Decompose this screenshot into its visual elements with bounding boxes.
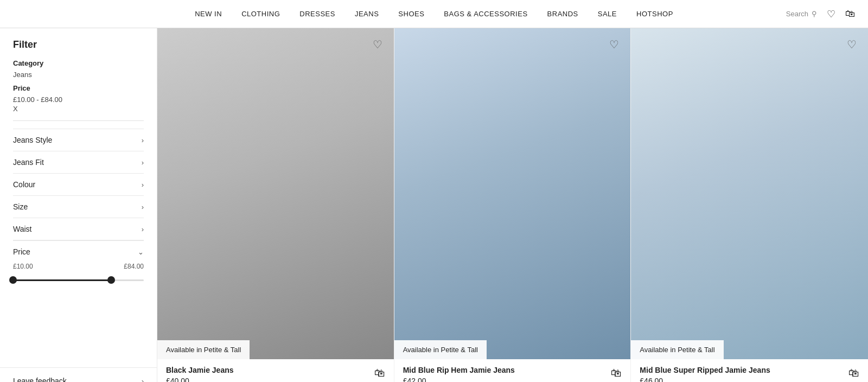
product-price-product-3: £46.00 [640, 377, 843, 382]
leave-feedback-button[interactable]: Leave feedback › [0, 367, 157, 382]
price-slider[interactable] [13, 275, 144, 285]
product-grid: ♡ Available in Petite & Tall Black Jamie… [157, 28, 868, 382]
filter-chevron-jeans-style-icon: › [142, 136, 144, 144]
price-label: Price [13, 84, 144, 92]
filter-label-waist: Waist [13, 225, 31, 233]
category-value: Jeans [13, 71, 144, 79]
product-details-product-3: Mid Blue Super Ripped Jamie Jeans £46.00 [640, 366, 843, 382]
wishlist-button-product-3[interactable]: ♡ [843, 36, 860, 53]
sidebar: Filter Category Jeans Price £10.00 - £84… [0, 28, 157, 382]
wishlist-button-product-2[interactable]: ♡ [605, 36, 623, 53]
nav-item-jeans[interactable]: JEANS [355, 8, 379, 20]
filter-row-waist[interactable]: Waist › [13, 218, 144, 240]
product-name-product-1: Black Jamie Jeans [166, 366, 369, 374]
nav-item-clothing[interactable]: CLOTHING [241, 8, 280, 20]
wishlist-nav-icon[interactable]: ♡ [827, 8, 835, 20]
filter-label-size: Size [13, 202, 28, 211]
filter-chevron-colour-icon: › [142, 181, 144, 189]
price-remove-button[interactable]: X [13, 105, 144, 113]
nav-item-shoes[interactable]: SHOES [398, 8, 424, 20]
nav-item-sale[interactable]: SALE [598, 8, 617, 20]
filter-row-size[interactable]: Size › [13, 195, 144, 218]
add-to-bag-button-product-2[interactable]: 🛍 [611, 367, 622, 379]
product-card-product-3: ♡ Available in Petite & Tall Mid Blue Su… [631, 28, 868, 382]
product-info-product-1: Black Jamie Jeans £40.00 🛍 [157, 359, 394, 382]
filter-rows: Jeans Style › Jeans Fit › Colour › Size … [13, 129, 144, 240]
nav-item-bags-accessories[interactable]: BAGS & ACCESSORIES [444, 8, 527, 20]
search-bar[interactable]: Search ⚲ [786, 10, 817, 18]
product-name-product-3: Mid Blue Super Ripped Jamie Jeans [640, 366, 843, 374]
price-max: £84.00 [124, 263, 144, 270]
product-info-product-3: Mid Blue Super Ripped Jamie Jeans £46.00… [631, 359, 868, 382]
price-range-text: £10.00 - £84.00 [13, 96, 144, 104]
nav-item-dresses[interactable]: DRESSES [299, 8, 335, 20]
price-filter-header[interactable]: Price ⌄ [13, 247, 144, 263]
product-details-product-2: Mid Blue Rip Hem Jamie Jeans £42.00 [403, 366, 606, 382]
filter-chevron-waist-icon: › [142, 225, 144, 233]
product-image-product-2: ♡ Available in Petite & Tall [394, 28, 631, 359]
petite-tall-badge-product-2: Available in Petite & Tall [394, 340, 487, 359]
bag-nav-icon[interactable]: 🛍 [845, 8, 855, 20]
slider-fill [13, 279, 111, 281]
product-card-product-1: ♡ Available in Petite & Tall Black Jamie… [157, 28, 394, 382]
price-filter-section: Price ⌄ £10.00 £84.00 [13, 240, 144, 285]
nav-right: Search ⚲ ♡ 🛍 [786, 8, 855, 20]
filter-label-jeans-fit: Jeans Fit [13, 158, 44, 167]
filter-divider [13, 120, 144, 121]
search-icon[interactable]: ⚲ [812, 10, 817, 18]
filter-row-jeans-fit[interactable]: Jeans Fit › [13, 151, 144, 173]
main-nav: NEW INCLOTHINGDRESSESJEANSSHOESBAGS & AC… [0, 0, 868, 28]
product-image-product-1: ♡ Available in Petite & Tall [157, 28, 394, 359]
main-layout: Filter Category Jeans Price £10.00 - £84… [0, 28, 868, 382]
petite-tall-badge-product-1: Available in Petite & Tall [157, 340, 250, 359]
price-filter-label: Price [13, 247, 30, 256]
filter-row-colour[interactable]: Colour › [13, 173, 144, 195]
product-price-product-2: £42.00 [403, 377, 606, 382]
nav-item-hotshop[interactable]: HOTSHOP [636, 8, 673, 20]
product-details-product-1: Black Jamie Jeans £40.00 [166, 366, 369, 382]
product-name-product-2: Mid Blue Rip Hem Jamie Jeans [403, 366, 606, 374]
slider-thumb-right[interactable] [107, 276, 115, 284]
product-info-product-2: Mid Blue Rip Hem Jamie Jeans £42.00 🛍 [394, 359, 631, 382]
category-label: Category [13, 59, 144, 67]
price-min-max: £10.00 £84.00 [13, 263, 144, 270]
filter-label-colour: Colour [13, 180, 35, 189]
filter-chevron-jeans-fit-icon: › [142, 158, 144, 167]
nav-item-brands[interactable]: BRANDS [547, 8, 578, 20]
add-to-bag-button-product-3[interactable]: 🛍 [848, 367, 859, 379]
wishlist-button-product-1[interactable]: ♡ [369, 36, 386, 53]
filter-chevron-size-icon: › [142, 203, 144, 211]
add-to-bag-button-product-1[interactable]: 🛍 [374, 367, 385, 379]
filter-row-jeans-style[interactable]: Jeans Style › [13, 129, 144, 151]
leave-feedback-chevron-icon: › [142, 377, 144, 383]
slider-thumb-left[interactable] [9, 276, 17, 284]
search-label: Search [786, 10, 808, 18]
product-price-product-1: £40.00 [166, 377, 369, 382]
price-min: £10.00 [13, 263, 33, 270]
product-card-product-2: ♡ Available in Petite & Tall Mid Blue Ri… [394, 28, 631, 382]
price-chevron-down-icon: ⌄ [138, 248, 144, 256]
leave-feedback-label: Leave feedback [13, 377, 67, 382]
filter-label-jeans-style: Jeans Style [13, 136, 52, 144]
product-image-product-3: ♡ Available in Petite & Tall [631, 28, 868, 359]
nav-item-new-in[interactable]: NEW IN [195, 8, 222, 20]
petite-tall-badge-product-3: Available in Petite & Tall [631, 340, 723, 359]
filter-title: Filter [13, 39, 144, 50]
